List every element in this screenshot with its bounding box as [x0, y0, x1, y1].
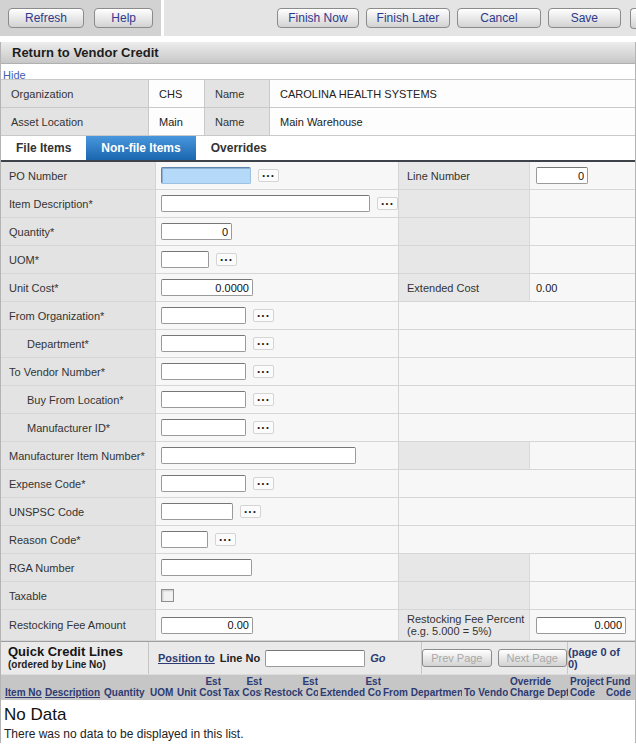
item-description-lookup-icon[interactable]: ...	[377, 197, 398, 210]
column-header-line1: Est	[177, 676, 221, 687]
go-link[interactable]: Go	[370, 652, 385, 664]
item-description-input[interactable]	[161, 195, 370, 212]
form-row: UOM*...	[1, 246, 635, 274]
prev-page-button[interactable]: Prev Page	[422, 649, 491, 667]
item-description-label: Item Description*	[1, 190, 156, 217]
column-header-line2: Tax Cost	[223, 687, 262, 698]
extended-cost-field-cell: 0.00	[529, 274, 635, 301]
reason-code-lookup-icon[interactable]: ...	[215, 533, 236, 546]
unspsc-code-lookup-icon[interactable]: ...	[240, 505, 261, 518]
tab-overrides[interactable]: Overrides	[196, 136, 282, 160]
uom-input[interactable]	[161, 251, 209, 268]
position-to-line-no-input[interactable]	[265, 650, 365, 667]
expense-code-lookup-icon[interactable]: ...	[253, 477, 274, 490]
line-no-label: Line No	[220, 652, 260, 664]
manufacturer-id-lookup-icon[interactable]: ...	[253, 421, 274, 434]
page-status: (page 0 of 0)	[567, 642, 635, 674]
form-row: Reason Code*...	[1, 526, 635, 554]
department-input[interactable]	[161, 335, 246, 352]
column-header-line1: Fund	[606, 676, 631, 687]
column-header-est-tax-cost: EstTax Cost	[223, 675, 262, 698]
restocking-fee-percent-label: Restocking Fee Percent(e.g. 5.000 = 5%)	[399, 610, 529, 640]
empty-side-field-cell	[529, 554, 635, 581]
form-row: Department*...	[1, 330, 635, 358]
tab-non-file-items[interactable]: Non-file Items	[86, 136, 195, 160]
restocking-fee-percent-input[interactable]	[536, 617, 626, 634]
asset-location-name-value: Main Warehouse	[270, 108, 635, 135]
column-header-item-no[interactable]: Item No	[5, 675, 43, 698]
expense-code-label: Expense Code*	[1, 470, 156, 497]
form-row: Taxable	[1, 582, 635, 610]
form-row: Buy From Location*...	[1, 386, 635, 414]
department-field-cell: ...	[156, 330, 399, 357]
help-button[interactable]: Help	[94, 8, 153, 28]
unspsc-code-input[interactable]	[161, 503, 233, 520]
to-vendor-number-field-cell: ...	[156, 358, 399, 385]
manufacturer-item-number-input[interactable]	[161, 447, 356, 464]
refresh-button[interactable]: Refresh	[8, 8, 84, 28]
department-label: Department*	[1, 330, 156, 357]
empty-side-label-cell	[399, 190, 529, 217]
empty-side-cell	[399, 470, 635, 497]
tab-file-items[interactable]: File Items	[1, 136, 86, 160]
form-row: Manufacturer Item Number*	[1, 442, 635, 470]
buy-from-location-input[interactable]	[161, 391, 246, 408]
no-data-message: There was no data to be displayed in thi…	[4, 727, 635, 741]
rga-number-field-cell	[156, 554, 399, 581]
finish-later-button[interactable]: Finish Later	[366, 8, 451, 28]
column-header-description[interactable]: Description	[45, 675, 102, 698]
reason-code-label: Reason Code*	[1, 526, 156, 553]
manufacturer-id-input[interactable]	[161, 419, 246, 436]
po-number-input[interactable]	[161, 167, 251, 184]
form-row: UNSPSC Code...	[1, 498, 635, 526]
unit-cost-label: Unit Cost*	[1, 274, 156, 301]
column-header-override-charge-dept: OverrideCharge Dept	[510, 675, 568, 698]
form-row: PO Number...Line Number	[1, 162, 635, 190]
form-row: To Vendor Number*...	[1, 358, 635, 386]
quick-credit-lines-column-headers: Item NoDescriptionQuantityUOMEstUnit Cos…	[1, 674, 635, 700]
tab-bar: File ItemsNon-file ItemsOverrides	[1, 136, 635, 162]
manufacturer-id-field-cell: ...	[156, 414, 399, 441]
column-header-line2: Quantity	[104, 687, 148, 698]
uom-label: UOM*	[1, 246, 156, 273]
to-vendor-number-input[interactable]	[161, 363, 246, 380]
reason-code-input[interactable]	[161, 531, 208, 548]
buy-from-location-field-cell: ...	[156, 386, 399, 413]
from-organization-label: From Organization*	[1, 302, 156, 329]
form-row: Manufacturer ID*...	[1, 414, 635, 442]
from-organization-lookup-icon[interactable]: ...	[253, 309, 274, 322]
column-header-line1: Est	[264, 676, 318, 687]
non-file-items-form: PO Number...Line NumberItem Description*…	[1, 162, 635, 641]
form-row: Item Description*...	[1, 190, 635, 218]
restocking-fee-amount-label: Restocking Fee Amount	[1, 610, 156, 640]
line-number-input[interactable]	[536, 167, 588, 184]
manufacturer-item-number-label: Manufacturer Item Number*	[1, 442, 156, 469]
quantity-input[interactable]	[161, 223, 232, 240]
po-number-lookup-icon[interactable]: ...	[258, 169, 279, 182]
finish-now-button[interactable]: Finish Now	[277, 8, 358, 28]
from-organization-input[interactable]	[161, 307, 246, 324]
manufacturer-id-label: Manufacturer ID*	[1, 414, 156, 441]
save-button[interactable]: Save	[548, 8, 621, 28]
cancel-button[interactable]: Cancel	[457, 8, 540, 28]
taxable-checkbox[interactable]	[161, 589, 174, 602]
department-lookup-icon[interactable]: ...	[253, 337, 274, 350]
uom-lookup-icon[interactable]: ...	[216, 253, 237, 266]
column-header-est-unit-cost: EstUnit Cost	[177, 675, 221, 698]
buy-from-location-lookup-icon[interactable]: ...	[253, 393, 274, 406]
expense-code-input[interactable]	[161, 475, 246, 492]
position-to-link[interactable]: Position to	[158, 652, 215, 664]
restocking-fee-amount-input[interactable]	[161, 617, 253, 634]
rga-number-input[interactable]	[161, 559, 252, 576]
pager-cell: Prev Page Next Page	[421, 642, 567, 674]
to-vendor-number-lookup-icon[interactable]: ...	[253, 365, 274, 378]
empty-side-label-cell	[399, 246, 529, 273]
unit-cost-input[interactable]	[161, 279, 253, 296]
quantity-label: Quantity*	[1, 218, 156, 245]
column-header-project-code: ProjectCode	[570, 675, 604, 698]
return-to-vendor-credit-screen: RefreshHelp Finish NowFinish LaterCancel…	[0, 0, 636, 745]
empty-side-field-cell	[529, 582, 635, 609]
next-page-button[interactable]: Next Page	[498, 649, 567, 667]
no-data-title: No Data	[4, 705, 635, 725]
empty-side-cell	[399, 526, 635, 553]
